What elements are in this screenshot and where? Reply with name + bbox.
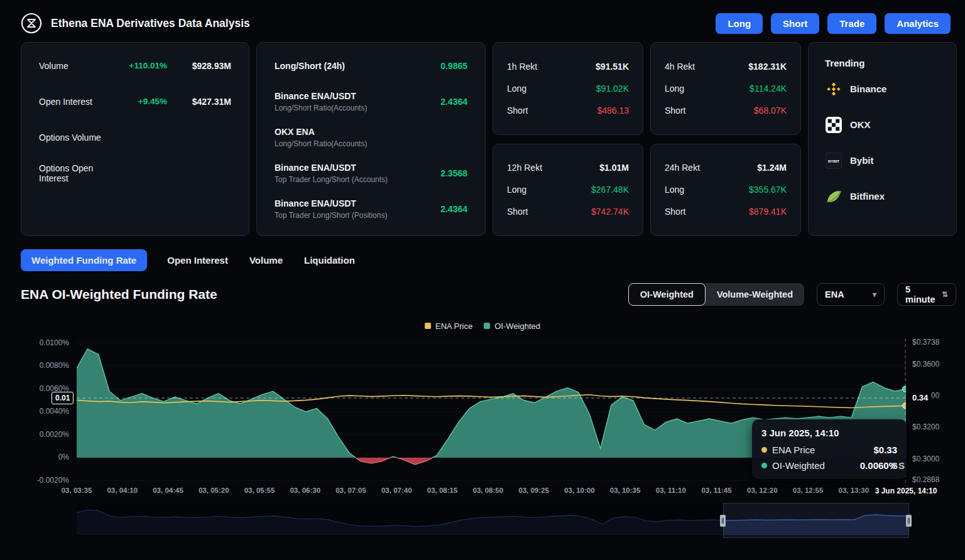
ratio-value: 2.4364 <box>440 204 467 214</box>
rekt-long-label: Long <box>507 83 526 94</box>
rekt-short-label: Short <box>507 207 528 217</box>
funding-rate-chart[interactable]: 0.0100%0.0080%0.0060%0.0040%0.0020%0%-0.… <box>0 338 965 546</box>
rekt-short-value: $879.41K <box>749 207 787 217</box>
ena-price-dot-icon <box>761 447 767 453</box>
header-buttons: Long Short Trade Analytics <box>716 13 951 34</box>
ratio-subtitle: Long/Short Ratio(Accounts) <box>275 104 440 112</box>
rekt-total: $91.51K <box>596 62 629 72</box>
navigator-selection[interactable] <box>723 503 909 538</box>
chart-navigator[interactable] <box>77 503 909 538</box>
rekt-period: 24h Rekt <box>665 163 700 173</box>
stat-change: +110.01% <box>123 61 167 70</box>
ratio-title: Long/Short (24h) <box>275 61 440 71</box>
ratio-title: Binance ENA/USDT <box>275 198 440 208</box>
rekt-long-value: $267.48K <box>591 185 629 195</box>
stat-row-options-volume: Options Volume <box>39 119 231 155</box>
stat-change: +9.45% <box>123 97 167 106</box>
weighting-segmented-control: OI-Weighted Volume-Weighted <box>628 283 804 306</box>
stat-label: Open Interest <box>39 97 123 107</box>
rekt-total: $1.01M <box>599 163 629 173</box>
y-axis-left-tick: 0% <box>21 453 69 461</box>
stat-label: Options Volume <box>39 132 123 143</box>
chart-controls: OI-Weighted Volume-Weighted ENA ▾ 5 minu… <box>628 283 956 306</box>
segment-oi-weighted[interactable]: OI-Weighted <box>628 283 706 306</box>
analytics-button[interactable]: Analytics <box>885 13 951 34</box>
ratio-value: 0.9865 <box>440 61 467 71</box>
y-axis-left-tick: 0.0100% <box>21 338 69 347</box>
stat-label: Volume <box>39 61 123 71</box>
chart-tooltip: 3 Jun 2025, 14:10 ENA Price $0.33 OI-Wei… <box>752 419 907 479</box>
y-axis-right-tick: $0.3000 <box>912 455 939 463</box>
segment-volume-weighted[interactable]: Volume-Weighted <box>706 283 804 306</box>
tab-weighted-funding-rate[interactable]: Weighted Funding Rate <box>21 249 147 271</box>
crosshair-right-badge: 0.34 <box>909 392 931 404</box>
y-axis-left-tick: 0.0020% <box>21 430 69 439</box>
tooltip-row-oi-weighted: OI-Weighted 0.0060% <box>761 460 897 471</box>
section-title: ENA OI-Weighted Funding Rate <box>21 287 217 302</box>
rekt-period: 12h Rekt <box>507 163 542 173</box>
bybit-icon: BYBIT <box>825 152 842 169</box>
stat-row-volume: Volume +110.01% $928.93M <box>39 48 231 83</box>
tab-open-interest[interactable]: Open Interest <box>166 249 229 271</box>
chart-tabs: Weighted Funding Rate Open Interest Volu… <box>21 249 944 271</box>
rekt-long-value: $91.02K <box>596 83 629 94</box>
oi-weighted-swatch-icon <box>484 323 490 329</box>
navigator-handle-right[interactable] <box>906 515 912 527</box>
rekt-long-label: Long <box>665 185 684 195</box>
crosshair-left-badge: 0.01 <box>52 392 74 404</box>
crosshair-time-label: 3 Jun 2025, 14:10 <box>872 486 940 496</box>
ratio-value: 2.4364 <box>440 97 467 107</box>
rekt-period: 4h Rekt <box>665 62 695 72</box>
ratio-row: Binance ENA/USDT Top Trader Long/Short (… <box>275 191 467 227</box>
short-button[interactable]: Short <box>771 13 819 34</box>
y-axis-right-tick: $0.3200 <box>912 423 939 431</box>
tooltip-time: 3 Jun 2025, 14:10 <box>761 428 897 438</box>
trending-name: Binance <box>850 83 886 94</box>
oi-weighted-dot-icon <box>761 463 767 468</box>
trending-card: Trending Binance <box>808 42 957 236</box>
ratio-title: Binance ENA/USDT <box>275 91 440 101</box>
trending-item-binance[interactable]: Binance <box>825 71 940 107</box>
navigator-handle-left[interactable] <box>720 515 726 527</box>
app-logo-icon <box>21 13 42 34</box>
ratio-subtitle: Long/Short Ratio(Accounts) <box>275 139 467 148</box>
rekt-long-value: $114.24K <box>750 83 787 94</box>
rekt-period: 1h Rekt <box>507 62 537 72</box>
rekt-column-right: 4h Rekt$182.31K Long$114.24K Short$68.07… <box>650 42 801 236</box>
watermark-text: SS <box>891 460 905 471</box>
trending-item-okx[interactable]: OKX <box>825 107 940 143</box>
y-axis-right-tick: $0.3738 <box>912 338 939 347</box>
y-axis-right-tick: $0.3600 <box>912 360 939 369</box>
rekt-short-label: Short <box>665 207 685 217</box>
long-button[interactable]: Long <box>716 13 763 34</box>
rekt-short-value: $68.07K <box>754 105 787 116</box>
trending-name: Bybit <box>850 155 874 166</box>
rekt-long-label: Long <box>665 83 684 94</box>
section-row: ENA OI-Weighted Funding Rate OI-Weighted… <box>21 283 956 306</box>
symbol-select-value: ENA <box>825 289 844 299</box>
trending-title: Trending <box>825 58 940 68</box>
rekt-short-value: $742.74K <box>591 207 629 217</box>
trending-item-bitfinex[interactable]: Bitfinex <box>825 178 940 214</box>
rekt-card-1h: 1h Rekt$91.51K Long$91.02K Short$486.13 <box>493 42 643 135</box>
symbol-select[interactable]: ENA ▾ <box>817 283 885 306</box>
trade-button[interactable]: Trade <box>827 13 876 34</box>
interval-select[interactable]: 5 minute ⇅ <box>897 283 956 306</box>
ratio-subtitle: Top Trader Long/Short (Positions) <box>275 211 440 220</box>
volume-stats-card: Volume +110.01% $928.93M Open Interest +… <box>21 42 249 236</box>
legend-ena-price[interactable]: ENA Price <box>425 321 472 331</box>
y-axis-left-tick: -0.0020% <box>21 476 69 485</box>
rekt-total: $182.31K <box>748 62 787 72</box>
long-short-ratios-card: Long/Short (24h) 0.9865 Binance ENA/USDT… <box>256 42 486 236</box>
trending-item-bybit[interactable]: BYBIT Bybit <box>825 143 940 178</box>
rekt-long-value: $355.67K <box>749 185 787 195</box>
legend-oi-weighted[interactable]: OI-Weighted <box>484 321 540 331</box>
tab-liquidation[interactable]: Liquidation <box>303 249 356 271</box>
tab-volume[interactable]: Volume <box>248 249 284 271</box>
trending-name: OKX <box>850 119 871 130</box>
ratio-subtitle: Top Trader Long/Short (Accounts) <box>275 175 440 184</box>
rekt-long-label: Long <box>507 185 526 195</box>
chart-legend: ENA Price OI-Weighted <box>0 320 965 331</box>
ratio-row: Binance ENA/USDT Long/Short Ratio(Accoun… <box>275 83 467 119</box>
navigator-dimmed-region <box>77 503 723 538</box>
